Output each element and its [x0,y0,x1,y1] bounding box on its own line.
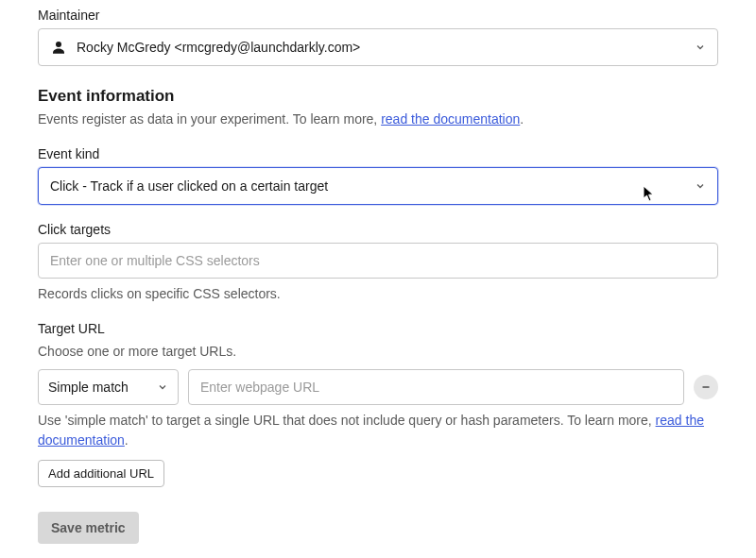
match-mode-value: Simple match [48,380,157,395]
add-url-button[interactable]: Add additional URL [38,460,164,487]
chevron-down-icon [695,42,706,53]
target-url-sub: Choose one or more target URLs. [38,342,718,362]
maintainer-value: Rocky McGredy <rmcgredy@launchdarkly.com… [77,40,360,55]
save-metric-button[interactable]: Save metric [38,512,139,544]
maintainer-select[interactable]: Rocky McGredy <rmcgredy@launchdarkly.com… [38,28,718,66]
target-url-label: Target URL [38,321,718,336]
minus-icon [700,381,712,393]
event-info-doc-link[interactable]: read the documentation [381,111,520,127]
click-targets-input[interactable] [38,243,718,279]
chevron-down-icon [695,180,706,192]
chevron-down-icon [157,381,168,393]
event-kind-select[interactable]: Click - Track if a user clicked on a cer… [38,167,718,205]
click-targets-label: Click targets [38,222,718,237]
svg-point-0 [56,42,61,47]
target-url-help: Use 'simple match' to target a single UR… [38,411,718,450]
maintainer-label: Maintainer [38,8,718,23]
event-info-help: Events register as data in your experime… [38,110,718,129]
remove-url-button[interactable] [694,375,718,399]
event-kind-value: Click - Track if a user clicked on a cer… [50,178,328,194]
event-kind-label: Event kind [38,146,718,161]
match-mode-select[interactable]: Simple match [38,369,179,405]
person-icon [50,39,67,56]
event-info-heading: Event information [38,87,718,106]
click-targets-help: Records clicks on specific CSS selectors… [38,284,718,304]
target-url-input[interactable] [188,369,684,405]
